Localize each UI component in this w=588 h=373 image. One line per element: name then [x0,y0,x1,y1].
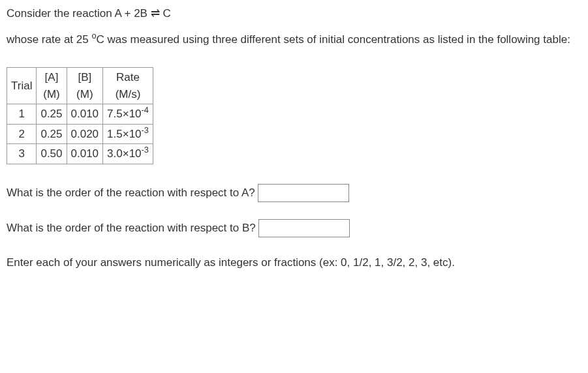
question-a-text: What is the order of the reaction with r… [7,185,255,201]
table-row: 3 0.50 0.010 3.0×10-3 [7,144,153,164]
rate-exp: -3 [142,125,149,135]
header-rate-unit: (M/s) [107,86,149,103]
intro-line1-post: C [160,7,171,20]
intro-line2-post: C was measured using three different set… [97,33,570,46]
rate-coef: 7.5×10 [107,108,141,120]
rate-exp: -4 [142,105,149,115]
intro-line2-pre: whose rate at 25 [7,33,91,46]
table-header-row: Trial [A] (M) [B] (M) Rate (M/s) [7,68,153,104]
cell-a: 0.50 [37,144,67,164]
intro-line1-pre: Consider the reaction A + 2B [7,7,151,20]
cell-a: 0.25 [37,124,67,144]
cell-rate: 3.0×10-3 [103,144,153,164]
table-row: 2 0.25 0.020 1.5×10-3 [7,124,153,144]
intro-line-1: Consider the reaction A + 2B ⇌ C [7,5,581,22]
header-b: [B] (M) [67,68,103,104]
question-intro: Consider the reaction A + 2B ⇌ C whose r… [7,5,581,48]
cell-b: 0.020 [67,124,103,144]
cell-trial: 3 [7,144,37,164]
header-b-top: [B] [71,69,99,86]
header-rate: Rate (M/s) [103,68,153,104]
intro-line-2: whose rate at 25 oC was measured using t… [7,31,581,48]
header-a-top: [A] [40,69,62,86]
degree-symbol: o [91,31,96,40]
answer-a-input[interactable] [258,184,349,202]
header-trial: Trial [7,68,37,104]
answer-b-input[interactable] [258,219,350,237]
cell-b: 0.010 [67,144,103,164]
question-b-text: What is the order of the reaction with r… [7,220,256,237]
header-a: [A] (M) [37,68,67,104]
cell-trial: 2 [7,124,37,144]
header-b-unit: (M) [71,86,99,103]
cell-trial: 1 [7,104,37,125]
header-rate-top: Rate [107,69,149,86]
question-b-row: What is the order of the reaction with r… [7,219,581,237]
table-row: 1 0.25 0.010 7.5×10-4 [7,104,153,125]
cell-rate: 7.5×10-4 [103,104,153,125]
rate-coef: 3.0×10 [107,147,141,160]
cell-a: 0.25 [37,104,67,125]
rate-coef: 1.5×10 [107,128,141,140]
answer-instructions: Enter each of your answers numerically a… [7,254,581,271]
rate-exp: -3 [142,145,149,155]
cell-rate: 1.5×10-3 [103,124,153,144]
cell-b: 0.010 [67,104,103,125]
concentration-table: Trial [A] (M) [B] (M) Rate (M/s) 1 0.25 … [7,67,153,164]
equilibrium-symbol: ⇌ [151,7,160,20]
question-a-row: What is the order of the reaction with r… [7,184,581,202]
header-a-unit: (M) [40,86,62,103]
